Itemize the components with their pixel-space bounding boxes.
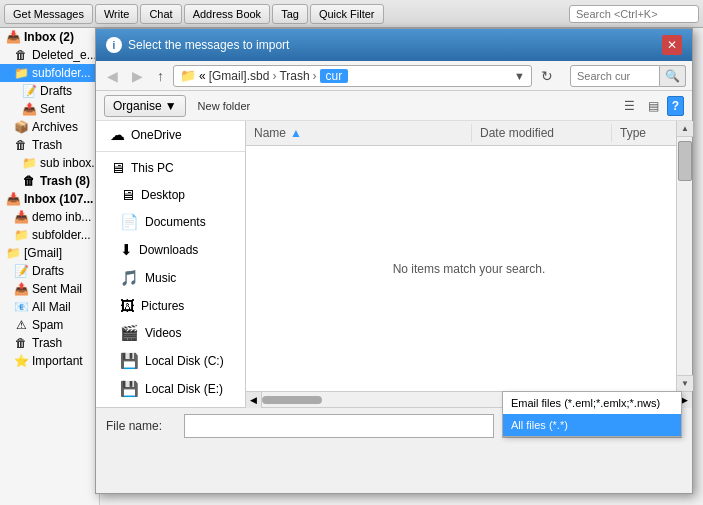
inbox-107-icon: 📥 [6, 192, 20, 206]
breadcrumb-dropdown-button[interactable]: ▼ [514, 70, 525, 82]
nav-label: This PC [131, 161, 174, 175]
sidebar-item-gmail-trash[interactable]: 🗑 Trash [0, 334, 99, 352]
dropdown-email-files[interactable]: Email files (*.eml;*.emlx;*.nws) [503, 392, 681, 414]
sidebar-item-label: Drafts [40, 84, 72, 98]
filetype-dropdown-popup: Email files (*.eml;*.emlx;*.nws) All fil… [502, 391, 682, 437]
view-help-button[interactable]: ? [667, 96, 684, 116]
nav-local-disk-c[interactable]: 💾 Local Disk (C:) [96, 347, 245, 375]
desktop-icon: 🖥 [120, 186, 135, 203]
sidebar-item-label: demo inb... [32, 210, 91, 224]
sidebar-item-label: Sent [40, 102, 65, 116]
sidebar-item-label: All Mail [32, 300, 71, 314]
refresh-button[interactable]: ↻ [536, 65, 558, 87]
divider [96, 151, 245, 152]
nav-local-disk-f[interactable]: 💾 Local Disk (F:) [96, 403, 245, 407]
nav-desktop[interactable]: 🖥 Desktop [96, 181, 245, 208]
sidebar-item-drafts[interactable]: 📝 Drafts [0, 82, 99, 100]
back-button[interactable]: ◀ [102, 65, 123, 87]
sidebar-item-subfolder2[interactable]: 📁 subfolder... [0, 226, 99, 244]
sidebar-item-label: Important [32, 354, 83, 368]
tag-button[interactable]: Tag [272, 4, 308, 24]
column-name-label: Name [254, 126, 286, 140]
dialog-title-icon: i [106, 37, 122, 53]
dialog-title-text: Select the messages to import [128, 38, 289, 52]
sub-inbox-icon: 📁 [22, 156, 36, 170]
onedrive-icon: ☁ [110, 126, 125, 144]
nav-pictures[interactable]: 🖼 Pictures [96, 292, 245, 319]
sidebar-item-important[interactable]: ⭐ Important [0, 352, 99, 370]
scroll-h-thumb[interactable] [262, 396, 322, 404]
scroll-left-button[interactable]: ◀ [246, 392, 262, 408]
sidebar-item-sub-inbox[interactable]: 📁 sub inbox... [0, 154, 99, 172]
sidebar-item-label: Deleted_e... [32, 48, 97, 62]
vertical-scrollbar[interactable]: ▲ ▼ [676, 121, 692, 391]
dropdown-all-files[interactable]: All files (*.*) [503, 414, 681, 436]
forward-button[interactable]: ▶ [127, 65, 148, 87]
scroll-handle[interactable] [678, 141, 692, 181]
deleted-icon: 🗑 [14, 48, 28, 62]
view-list-button[interactable]: ☰ [619, 96, 640, 116]
breadcrumb-current[interactable]: cur [320, 69, 349, 83]
sidebar-item-deleted[interactable]: 🗑 Deleted_e... [0, 46, 99, 64]
nav-music[interactable]: 🎵 Music [96, 264, 245, 292]
sidebar-item-demo-inbox[interactable]: 📥 demo inb... [0, 208, 99, 226]
sidebar-item-inbox[interactable]: 📥 Inbox (2) [0, 28, 99, 46]
quick-filter-button[interactable]: Quick Filter [310, 4, 384, 24]
sidebar-item-label: subfolder... [32, 228, 91, 242]
view-details-button[interactable]: ▤ [643, 96, 664, 116]
organise-chevron: ▼ [165, 99, 177, 113]
sidebar-item-label: Drafts [32, 264, 64, 278]
scroll-down-button[interactable]: ▼ [677, 375, 693, 391]
sidebar-item-trash[interactable]: 🗑 Trash [0, 136, 99, 154]
nav-onedrive[interactable]: ☁ OneDrive [96, 121, 245, 149]
nav-label: Documents [145, 215, 206, 229]
breadcrumb-gmail[interactable]: [Gmail].sbd [209, 69, 270, 83]
sidebar-item-archives[interactable]: 📦 Archives [0, 118, 99, 136]
up-button[interactable]: ↑ [152, 65, 169, 87]
nav-downloads[interactable]: ⬇ Downloads [96, 236, 245, 264]
dialog-title-left: i Select the messages to import [106, 37, 289, 53]
nav-documents[interactable]: 📄 Documents [96, 208, 245, 236]
thunderbird-search-input[interactable] [569, 5, 699, 23]
important-icon: ⭐ [14, 354, 28, 368]
nav-this-pc[interactable]: 🖥 This PC [96, 154, 245, 181]
new-folder-button[interactable]: New folder [192, 97, 257, 115]
breadcrumb-trash[interactable]: Trash [279, 69, 309, 83]
sidebar-item-all-mail[interactable]: 📧 All Mail [0, 298, 99, 316]
sidebar: 📥 Inbox (2) 🗑 Deleted_e... 📁 subfolder..… [0, 28, 100, 505]
sidebar-item-label: Spam [32, 318, 63, 332]
sidebar-item-label: [Gmail] [24, 246, 62, 260]
archives-icon: 📦 [14, 120, 28, 134]
inbox-icon: 📥 [6, 30, 20, 44]
column-date[interactable]: Date modified [472, 124, 612, 142]
search-button[interactable]: 🔍 [660, 65, 686, 87]
sidebar-item-sent-mail[interactable]: 📤 Sent Mail [0, 280, 99, 298]
file-list-empty: No items match your search. [246, 146, 692, 391]
filename-input[interactable] [184, 414, 494, 438]
nav-local-disk-e[interactable]: 💾 Local Disk (E:) [96, 375, 245, 403]
empty-message: No items match your search. [393, 262, 546, 276]
sidebar-item-label: Trash (8) [40, 174, 90, 188]
sidebar-item-gmail[interactable]: 📁 [Gmail] [0, 244, 99, 262]
nav-label: Downloads [139, 243, 198, 257]
nav-videos[interactable]: 🎬 Videos [96, 319, 245, 347]
write-button[interactable]: Write [95, 4, 138, 24]
get-messages-button[interactable]: Get Messages [4, 4, 93, 24]
breadcrumb-sep2: › [272, 69, 276, 83]
demo-inbox-icon: 📥 [14, 210, 28, 224]
scroll-up-button[interactable]: ▲ [677, 121, 693, 137]
dialog-left-panel: ☁ OneDrive 🖥 This PC 🖥 Desktop 📄 Documen… [96, 121, 246, 407]
column-name[interactable]: Name ▲ [246, 124, 472, 142]
dialog-close-button[interactable]: ✕ [662, 35, 682, 55]
sidebar-item-spam[interactable]: ⚠ Spam [0, 316, 99, 334]
organise-button[interactable]: Organise ▼ [104, 95, 186, 117]
sidebar-item-inbox-107[interactable]: 📥 Inbox (107... [0, 190, 99, 208]
address-book-button[interactable]: Address Book [184, 4, 270, 24]
sidebar-item-sent[interactable]: 📤 Sent [0, 100, 99, 118]
sidebar-item-trash-8[interactable]: 🗑 Trash (8) [0, 172, 99, 190]
sidebar-item-gmail-drafts[interactable]: 📝 Drafts [0, 262, 99, 280]
search-input[interactable] [570, 65, 660, 87]
chat-button[interactable]: Chat [140, 4, 181, 24]
file-list-header: Name ▲ Date modified Type [246, 121, 692, 146]
sidebar-item-subfolder[interactable]: 📁 subfolder... [0, 64, 99, 82]
